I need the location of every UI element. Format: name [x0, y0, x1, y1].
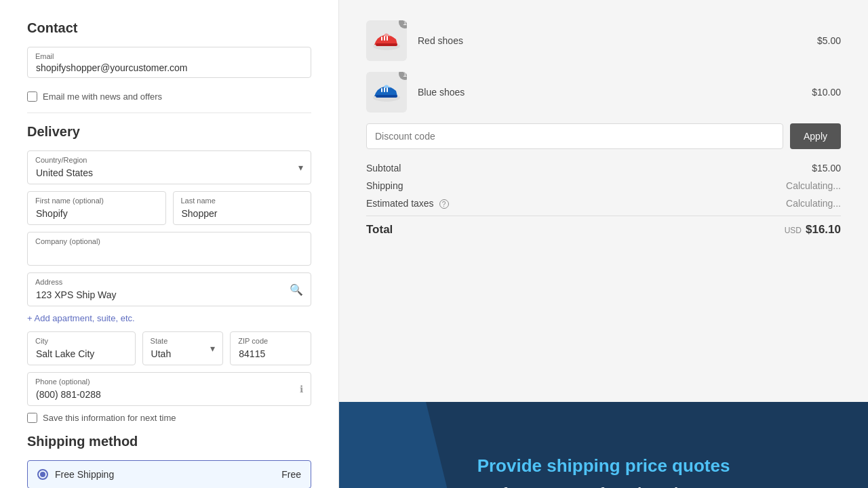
city-input[interactable] [27, 331, 136, 365]
product-price-blue: $10.00 [812, 87, 841, 98]
shipping-option-free[interactable]: Free Shipping Free [27, 460, 311, 488]
banner-subtitle: from your preferred carriers,with your m… [380, 483, 827, 488]
total-line: Total USD$16.10 [366, 216, 841, 237]
svg-rect-7 [381, 88, 382, 92]
svg-rect-3 [384, 36, 385, 41]
shipping-free-label: Free Shipping [55, 469, 114, 480]
blue-shoe-badge: 1 [399, 72, 407, 80]
svg-rect-9 [387, 87, 388, 92]
phone-wrapper: Phone (optional) ℹ [27, 372, 311, 406]
taxes-line: Estimated taxes ? Calculating... [366, 198, 841, 209]
shipping-calc: Calculating... [786, 180, 841, 191]
banner-title: Provide shipping price quotes [380, 455, 827, 476]
svg-rect-4 [387, 36, 388, 41]
phone-input[interactable] [27, 372, 311, 406]
total-label: Total [366, 223, 393, 237]
discount-input[interactable] [366, 123, 783, 149]
shipping-line: Shipping Calculating... [366, 180, 841, 191]
order-summary: 1 Red shoes $5.00 1 [339, 0, 868, 257]
taxes-label: Estimated taxes ? [366, 198, 449, 209]
discount-row: Apply [366, 123, 841, 149]
address-search-icon: 🔍 [290, 283, 303, 296]
news-label: Email me with news and offers [43, 92, 162, 102]
blue-shoe-icon [372, 81, 401, 103]
red-shoe-icon [372, 30, 401, 52]
state-select[interactable]: Utah [142, 331, 224, 365]
delivery-title: Delivery [27, 124, 311, 140]
name-row: First name (optional) Last name [27, 191, 311, 232]
product-row-red: 1 Red shoes $5.00 [366, 20, 841, 61]
shipping-free-price: Free [281, 469, 301, 480]
address-wrapper: Address 🔍 [27, 272, 311, 306]
last-name-input[interactable] [173, 191, 312, 225]
subtotal-line: Subtotal $15.00 [366, 163, 841, 174]
apply-button[interactable]: Apply [790, 123, 841, 149]
product-img-blue: 1 [366, 72, 407, 113]
svg-rect-8 [384, 87, 385, 92]
shipping-method-title: Shipping method [27, 434, 311, 449]
address-input[interactable] [27, 272, 311, 306]
red-shoe-badge: 1 [399, 20, 407, 28]
email-input[interactable] [27, 47, 311, 78]
taxes-info-icon[interactable]: ? [439, 199, 449, 209]
svg-rect-1 [376, 43, 397, 46]
product-row-blue: 1 Blue shoes $10.00 [366, 72, 841, 113]
product-name-red: Red shoes [418, 35, 817, 46]
taxes-calc: Calculating... [786, 198, 841, 209]
save-info-label: Save this information for next time [43, 413, 176, 423]
radio-free [37, 469, 48, 480]
left-panel: Contact Email Email me with news and off… [0, 0, 339, 488]
first-name-input[interactable] [27, 191, 166, 225]
shipping-label: Shipping [366, 180, 403, 191]
company-wrapper: Company (optional) [27, 232, 311, 266]
news-checkbox-row: Email me with news and offers [27, 92, 311, 102]
subtotal-value: $15.00 [812, 163, 841, 174]
last-name-wrapper: Last name [173, 191, 312, 225]
product-price-red: $5.00 [817, 35, 841, 46]
shipping-method-section: Shipping method Free Shipping Free 2 Day… [27, 434, 311, 488]
save-info-checkbox[interactable] [27, 413, 37, 423]
country-select[interactable]: United States [27, 150, 311, 184]
add-apt-link[interactable]: + Add apartment, suite, etc. [27, 313, 311, 323]
zip-input[interactable] [230, 331, 311, 365]
city-wrapper: City [27, 331, 136, 365]
promo-banner: Provide shipping price quotes from your … [339, 402, 868, 488]
banner-text: Provide shipping price quotes from your … [380, 455, 827, 488]
svg-rect-6 [376, 95, 397, 98]
news-checkbox[interactable] [27, 92, 37, 102]
company-input[interactable] [27, 232, 311, 266]
contact-title: Contact [27, 20, 311, 36]
save-info-row: Save this information for next time [27, 413, 311, 423]
city-state-zip-row: City State Utah ZIP code [27, 331, 311, 372]
first-name-wrapper: First name (optional) [27, 191, 166, 225]
subtotal-label: Subtotal [366, 163, 401, 174]
total-value: USD$16.10 [785, 223, 841, 237]
svg-rect-2 [381, 37, 382, 41]
country-select-wrapper: Country/Region United States [27, 150, 311, 184]
phone-info-icon[interactable]: ℹ [300, 384, 303, 394]
state-wrapper: State Utah [142, 331, 224, 365]
right-panel: 1 Red shoes $5.00 1 [339, 0, 868, 488]
product-name-blue: Blue shoes [418, 87, 812, 98]
zip-wrapper: ZIP code [230, 331, 311, 365]
total-currency: USD [785, 226, 802, 235]
product-img-red: 1 [366, 20, 407, 61]
email-field-wrapper: Email [27, 47, 311, 85]
